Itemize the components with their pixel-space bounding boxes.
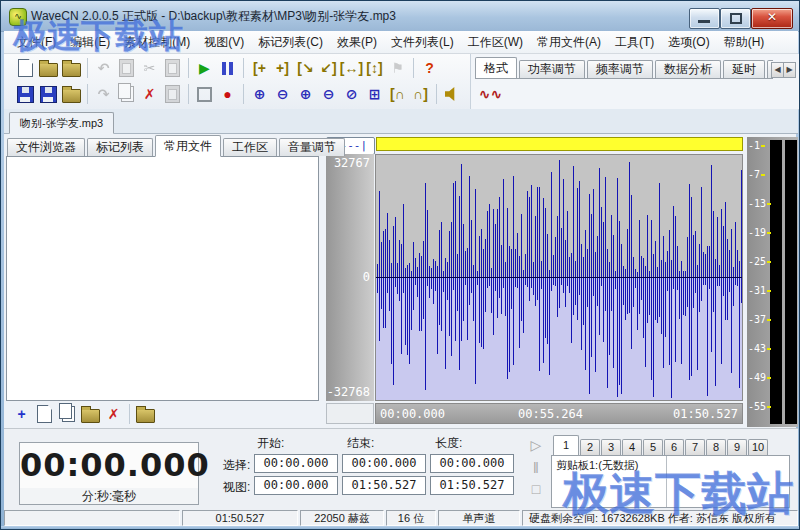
zoom-in-horizontal-icon[interactable]: ⊕ xyxy=(296,85,315,104)
add-current-file-icon[interactable] xyxy=(35,405,54,424)
copy-entry-icon[interactable] xyxy=(58,405,77,424)
convert-format-icon[interactable]: ∿∿ xyxy=(481,85,500,104)
view-start-field[interactable]: 00:00.000 xyxy=(254,476,338,495)
effect-tab[interactable]: 数据分析 xyxy=(655,60,721,78)
effect-tab[interactable]: 频率调节 xyxy=(587,60,653,78)
effect-tab[interactable]: 格式 xyxy=(475,57,517,79)
clipboard-tab[interactable]: 1 xyxy=(553,435,579,455)
zoom-out-horizontal-icon[interactable]: ⊖ xyxy=(319,85,338,104)
zoom-out-vertical-icon[interactable]: ⊖ xyxy=(273,85,292,104)
clipboard-tab[interactable]: 6 xyxy=(664,439,684,455)
select-all-icon[interactable]: [↕] xyxy=(365,59,384,78)
help-icon[interactable]: ? xyxy=(420,59,439,78)
open-folder-icon[interactable] xyxy=(136,405,155,424)
menu-item[interactable]: 素材控制(M) xyxy=(117,32,197,53)
pause-icon[interactable] xyxy=(218,59,237,78)
left-panel-tab[interactable]: 文件浏览器 xyxy=(7,138,85,156)
delete-icon[interactable]: ✗ xyxy=(140,85,159,104)
clipboard-tab[interactable]: 9 xyxy=(727,439,747,455)
left-panel-tab[interactable]: 标记列表 xyxy=(87,138,153,156)
view-length-field[interactable]: 01:50.527 xyxy=(430,476,514,495)
paste-insert-icon[interactable] xyxy=(117,59,136,78)
maximize-button[interactable] xyxy=(720,8,751,29)
save-project-icon[interactable] xyxy=(62,85,81,104)
meter-db-label: -43 xyxy=(748,343,771,354)
selection-length-field[interactable]: 00:00.000 xyxy=(430,454,514,473)
effect-tab-toolbar: ∿∿ xyxy=(479,82,502,106)
window-title: WaveCN 2.0.0.5 正式版 - D:\backup\教程素材\MP3\… xyxy=(31,1,396,31)
zoom-in-vertical-icon[interactable]: ⊕ xyxy=(250,85,269,104)
menu-item[interactable]: 文件列表(L) xyxy=(384,32,461,53)
zoom-left-edge-icon[interactable]: [∩ xyxy=(388,85,407,104)
menu-item[interactable]: 视图(V) xyxy=(197,32,251,53)
clipboard-tab[interactable]: 7 xyxy=(685,439,705,455)
paste-special-icon[interactable] xyxy=(163,85,182,104)
clipboard-tab[interactable]: 4 xyxy=(622,439,642,455)
left-panel-tab[interactable]: 音量调节 xyxy=(279,138,345,156)
left-panel-tab[interactable]: 工作区 xyxy=(223,138,277,156)
close-button[interactable] xyxy=(751,8,793,29)
zoom-reset-icon[interactable]: ⊘ xyxy=(342,85,361,104)
paste-icon[interactable] xyxy=(163,59,182,78)
select-to-start-icon[interactable]: [+ xyxy=(250,59,269,78)
play-icon[interactable]: ▶ xyxy=(195,59,214,78)
menu-item[interactable]: 常用文件(A) xyxy=(530,32,608,53)
stop-icon[interactable] xyxy=(195,85,214,104)
waveform-display[interactable] xyxy=(375,154,743,401)
clipboard-tab[interactable]: 3 xyxy=(601,439,621,455)
selection-end-field[interactable]: 00:00.000 xyxy=(342,454,426,473)
new-file-icon[interactable] xyxy=(16,59,35,78)
remove-entry-icon[interactable]: ✗ xyxy=(104,405,123,424)
send-to-folder-icon[interactable] xyxy=(81,405,100,424)
redo-icon[interactable]: ↷ xyxy=(94,85,113,104)
clipboard-tab[interactable]: 10 xyxy=(748,439,768,455)
selection-start-field[interactable]: 00:00.000 xyxy=(254,454,338,473)
menu-item[interactable]: 编辑(E) xyxy=(63,32,117,53)
add-entry-icon[interactable]: + xyxy=(12,405,31,424)
meter-db-label: -37 xyxy=(748,314,771,325)
marker-select-start-icon[interactable]: [↘ xyxy=(296,59,315,78)
record-icon[interactable]: ● xyxy=(218,85,237,104)
menu-item[interactable]: 工作区(W) xyxy=(461,32,530,53)
menu-item[interactable]: 标记列表(C) xyxy=(251,32,330,53)
save-file-icon[interactable] xyxy=(16,85,35,104)
clipboard-tab[interactable]: 8 xyxy=(706,439,726,455)
menu-item[interactable]: 帮助(H) xyxy=(717,32,772,53)
menu-item[interactable]: 工具(T) xyxy=(608,32,661,53)
menu-item[interactable]: 文件(F) xyxy=(10,32,63,53)
effect-tab[interactable]: 功率调节 xyxy=(519,60,585,78)
undo-icon[interactable]: ↶ xyxy=(94,59,113,78)
minimize-button[interactable] xyxy=(689,8,720,29)
mini-pause-icon[interactable]: ‖ xyxy=(527,460,545,478)
drop-marker-icon[interactable]: ⚑ xyxy=(388,59,407,78)
mini-stop-icon[interactable]: □ xyxy=(527,481,545,499)
menu-item[interactable]: 选项(O) xyxy=(661,32,716,53)
copy-icon[interactable] xyxy=(117,85,136,104)
save-file-as-icon[interactable] xyxy=(39,85,58,104)
waveform-canvas[interactable] xyxy=(376,155,742,400)
zoom-right-edge-icon[interactable]: ∩] xyxy=(411,85,430,104)
status-cell: 01:50.527 xyxy=(182,510,298,526)
timeline-ruler[interactable]: 00:00.000 00:55.264 01:50.527 xyxy=(375,403,743,424)
position-ruler[interactable] xyxy=(376,137,743,151)
menu-item[interactable]: 效果(P) xyxy=(330,32,384,53)
open-file-icon[interactable] xyxy=(39,59,58,78)
file-tab-bar: 吻别-张学友.mp3 xyxy=(4,109,798,134)
view-end-field[interactable]: 01:50.527 xyxy=(342,476,426,495)
file-tab[interactable]: 吻别-张学友.mp3 xyxy=(9,112,114,134)
select-to-end-icon[interactable]: +] xyxy=(273,59,292,78)
left-panel-tab[interactable]: 常用文件 xyxy=(155,135,221,157)
title-bar[interactable]: ∿ WaveCN 2.0.0.5 正式版 - D:\backup\教程素材\MP… xyxy=(1,1,799,32)
open-project-icon[interactable] xyxy=(62,59,81,78)
marker-select-end-icon[interactable]: ↙] xyxy=(319,59,338,78)
cut-icon[interactable]: ✂ xyxy=(140,59,159,78)
common-files-list[interactable] xyxy=(6,156,319,401)
zoom-to-selection-icon[interactable]: ⊞ xyxy=(365,85,384,104)
clipboard-tab[interactable]: 2 xyxy=(580,439,600,455)
tab-scroll-right-icon[interactable]: ▶ xyxy=(783,62,796,78)
preview-volume-icon[interactable] xyxy=(443,85,462,104)
mini-play-icon[interactable]: ▷ xyxy=(527,437,545,455)
effect-tab[interactable]: 延时 xyxy=(723,60,765,78)
clipboard-tab[interactable]: 5 xyxy=(643,439,663,455)
select-view-icon[interactable]: [↔] xyxy=(342,59,361,78)
